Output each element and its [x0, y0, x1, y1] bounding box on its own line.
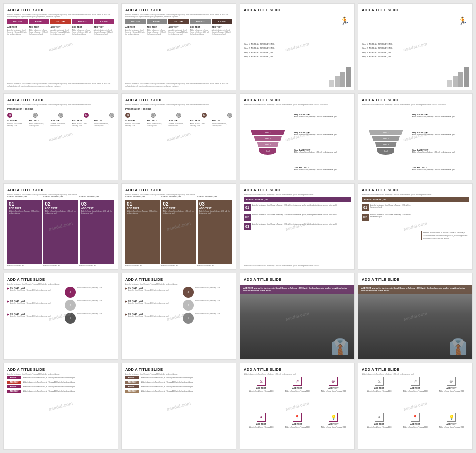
icon-body-20-1: Added in Seoul Korea February 1998: [367, 390, 392, 392]
card-9-num-2: 02: [45, 202, 50, 207]
card-10-title-1: ADD TEXT: [127, 207, 139, 210]
slide-7-title: ADD A TITLE SLIDE: [244, 98, 351, 102]
slide-19-subtitle: Added to business in Seoul Korea in Febr…: [244, 373, 351, 375]
overlay-15: ADD TEXT started its business in Seoul K…: [240, 285, 354, 294]
card-10-1: 01 ADD TEXT Added in Seoul Korea, Februa…: [125, 200, 160, 264]
card-9-2: 02 ADD TEXT Added in Seoul Korea, Februa…: [43, 200, 78, 264]
list-14-body-2: Added in Seoul Korea, February 1998 with…: [128, 302, 182, 304]
footer-10-2: ASADAL INTERNET, INC.: [161, 265, 196, 267]
slide-3-step-3: Step 3. ASADAL INTERNET, INC.: [244, 51, 319, 54]
icon-label-19-5: ADD TEXT: [292, 423, 302, 425]
list-14-side-1: Added in Seoul Korea, February 1998: [195, 287, 232, 289]
slide-2-tabs: ADD TEXT ADD TEXT ADD TEXT ADD TEXT ADD …: [125, 19, 232, 24]
icon-body-19-5: Added in Seoul Korea February 1998: [285, 426, 310, 428]
dot-6-2: 02: [151, 113, 156, 118]
slide-14-subtitle: Added to business in Seoul Korea in Febr…: [125, 283, 232, 285]
slide-4-step-3: Step 3. ASADAL INTERNET, INC.: [362, 51, 437, 54]
item-11-2: 02 Added to business in Seoul Korea, in …: [244, 214, 351, 221]
badge-label-17-4: ADD TEXT: [7, 390, 21, 393]
icon-cell-19-1: ⧖ ADD TEXT Added in Seoul Korea February…: [244, 377, 278, 411]
col-6-2: ADD TEXTAdded in Seoul Korea, February 1…: [147, 119, 167, 177]
pin-icon-2: 📍: [411, 413, 420, 422]
tab-2-1: ADD TEXT: [125, 19, 146, 24]
list-14-1: ▶ 01. ADD TEXT Added in Seoul Korea, Feb…: [125, 287, 232, 298]
num-11-2: 02: [244, 214, 251, 221]
funnel-g-goal: Goal: [377, 148, 394, 155]
overlay-title-16: ADD TEXT started its business in Seoul K…: [361, 287, 469, 292]
slide-8-title: ADD A TITLE SLIDE: [362, 98, 469, 102]
badge-body-18-3: Added to business in Seoul Korea, in Feb…: [141, 386, 193, 388]
badge-body-17-3: Added to business in Seoul Korea, in Feb…: [23, 386, 75, 388]
slide-4-title: ADD A TITLE SLIDE: [362, 8, 469, 12]
icon-label-19-4: ADD TEXT: [256, 423, 266, 425]
col-6-1: ADD TEXTAdded in Seoul Korea, February 1…: [125, 119, 146, 177]
company-label-9-2: ASADAL INTERNET, INC.: [43, 196, 78, 198]
arrow-icon: ↗: [293, 377, 302, 386]
col-2-3: ADD TEXTAdded to business in Seoul Korea…: [168, 26, 189, 81]
line-6-3: [182, 115, 201, 115]
slide-1-tabs: ADD TEXT ADD TEXT ADD TEXT ADD TEXT ADD …: [7, 19, 114, 24]
slide-9-title: ADD A TITLE SLIDE: [7, 188, 114, 192]
funnel-step-7-1: Step 1 ADD TEXTAdded in Seoul Korea, Feb…: [294, 113, 351, 118]
arrow-14-1: ▶: [125, 287, 127, 290]
circle-13-1: A: [65, 287, 76, 298]
list-13-body-1: Added in Seoul Korea, February 1998 with…: [10, 289, 64, 291]
badge-body-17-4: Added to business in Seoul Korea, in Feb…: [23, 390, 75, 392]
slide-9: ADD A TITLE SLIDE Added to business in S…: [3, 183, 118, 270]
tab-3: ADD TEXT: [50, 19, 71, 24]
company-label-9-3: ASADAL INTERNET, INC.: [79, 196, 114, 198]
badge-body-17-1: Added to business in Seoul Korea, in Feb…: [23, 377, 75, 379]
slide-6-subtitle: Added to business in Seoul Korea in Febr…: [125, 104, 232, 106]
funnel-goal: Goal: [259, 148, 276, 155]
slide-17: ADD A TITLE SLIDE Added to business in S…: [3, 363, 118, 450]
funnel-g-1: Step 1: [367, 130, 405, 135]
funnel-3: Step 3: [256, 142, 280, 147]
icon-cell-19-2: ↗ ADD TEXT Added in Seoul Korea February…: [280, 377, 314, 411]
slide-6-cols: ADD TEXTAdded in Seoul Korea, February 1…: [125, 119, 232, 177]
col-2-4: ADD TEXTAdded to business in Seoul Korea…: [190, 26, 211, 81]
badge-18-3: ADD TEXT Added to business in Seoul Kore…: [125, 385, 232, 388]
line-3: [64, 115, 83, 115]
badge-17-3: ADD TEXT Added to business in Seoul Kore…: [7, 385, 114, 388]
list-13-side-3: Added in Seoul Korea, February 1998: [77, 313, 114, 315]
col-5-1: ADD TEXTAdded in Seoul Korea, February 1…: [7, 119, 28, 177]
tab-2-3: ADD TEXT: [168, 19, 189, 24]
slide-17-title: ADD A TITLE SLIDE: [7, 367, 114, 372]
list-14-body-3: Added in Seoul Korea, February 1998 with…: [128, 315, 182, 317]
funnel-step-8-1: Step 1 ADD TEXTAdded in Seoul Korea, Feb…: [412, 113, 469, 118]
card-9-1: 01 ADD TEXT Added in Seoul Korea, Februa…: [7, 200, 42, 264]
dot-3: 03: [58, 113, 63, 118]
slide-15: ADD A TITLE SLIDE 👔 ADD TEXT started its…: [240, 273, 355, 360]
line-6-1: [131, 115, 150, 115]
hourglass-icon: ⧖: [257, 377, 266, 386]
line-1: [13, 115, 32, 115]
company-header-12: ASADAL INTERNET, INC.: [362, 197, 469, 202]
globe-icon: ⊕: [329, 377, 338, 386]
icon-body-20-5: Added in Seoul Korea February 1998: [403, 426, 428, 428]
slide-20-title: ADD A TITLE SLIDE: [362, 367, 469, 372]
arrow-13-3: ▶: [7, 313, 9, 316]
col-5: ADD TEXTAdded to business in Seoul Korea…: [94, 26, 114, 81]
funnel-g-2: Step 2: [370, 136, 402, 141]
icon-label-20-1: ADD TEXT: [374, 387, 384, 389]
funnel-step-8-2: Step 2 ADD TEXTAdded in Seoul Korea, Feb…: [412, 131, 469, 136]
slide-1-cols: ADD TEXTAdded to business in Seoul Korea…: [7, 26, 114, 81]
slide-4: ADD A TITLE SLIDE Step 1. ASADAL INTERNE…: [358, 3, 473, 90]
slide-3-step-2: Step 2. ASADAL INTERNET, INC.: [244, 47, 319, 50]
slide-14-title: ADD A TITLE SLIDE: [125, 277, 232, 282]
badge-label-17-2: ADD TEXT: [7, 381, 21, 384]
list-13-body-3: Added in Seoul Korea, February 1998 with…: [10, 315, 64, 317]
card-9-num-1: 01: [9, 202, 14, 207]
line-6-2: [157, 115, 175, 115]
list-14-2: ▶ 02. ADD TEXT Added in Seoul Korea, Feb…: [125, 300, 232, 311]
slide-1: ADD A TITLE SLIDE Added to business in S…: [3, 3, 118, 90]
dot-6-5: 05: [227, 113, 232, 118]
item-11-1: 01 Added to business in Seoul Korea, in …: [244, 204, 351, 211]
slide-1-subtitle: Added to business in Seoul Korea in Febr…: [7, 14, 114, 18]
card-9-body-2: Added in Seoul Korea, February 1998 with…: [45, 211, 76, 215]
slide-11-footer: Added to business in Seoul Korea in Febr…: [244, 265, 351, 267]
item-12-2: 02 Added to business in Seoul Korea, in …: [362, 214, 419, 221]
slide-19: ADD A TITLE SLIDE Added to business in S…: [240, 363, 355, 450]
slide-5-subtitle: Added to business in Seoul Korea in Febr…: [7, 104, 114, 106]
list-13-side-2: Added in Seoul Korea, February 1998: [77, 300, 114, 302]
